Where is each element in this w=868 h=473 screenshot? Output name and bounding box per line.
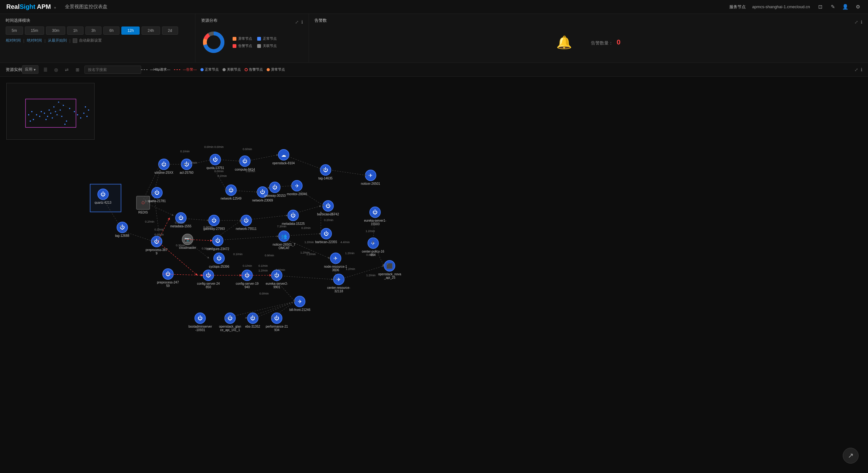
- node-performance[interactable]: ⏻ performance-21934: [266, 313, 288, 332]
- node-label-tag-14635: tag-14635: [318, 177, 333, 180]
- time-btn-30m[interactable]: 30m: [46, 27, 65, 35]
- user-icon[interactable]: 👤: [841, 3, 849, 11]
- node-label-center-resource: center-resource-32118: [327, 286, 350, 293]
- screen-icon[interactable]: ⊡: [816, 3, 824, 11]
- node-center-resource[interactable]: ✈ center-resource-32118: [327, 274, 350, 293]
- node-bootadmin[interactable]: ⏻ bootadminserver-10931: [188, 313, 212, 332]
- svg-point-15: [47, 116, 48, 117]
- normal-label: 正常节点: [263, 36, 277, 41]
- random-icon[interactable]: ⇄: [63, 66, 71, 73]
- search-input[interactable]: [85, 66, 141, 74]
- node-cyclops-25396[interactable]: ⏻ cyclops-25396: [209, 253, 229, 268]
- logo: RealSight APM ●: [6, 3, 56, 10]
- rate-label-29: 0.0/min: [154, 233, 164, 236]
- node-icon-node-resource: ✈: [330, 253, 341, 264]
- top-panels: 时间选择模块 5m 15m 30m 1h 3h 6h 12h 24h 2d 相对…: [0, 14, 868, 63]
- time-btn-3h[interactable]: 3h: [85, 27, 101, 35]
- auto-refresh-checkbox[interactable]: [73, 38, 77, 43]
- resource-panel-header: 资源分布 ⤢ ℹ: [201, 18, 303, 27]
- time-links: 相对时间 | 绝对时间 | 从最开始到 | 自动刷新设置: [6, 38, 189, 43]
- node-volume[interactable]: ⏻ volume-25XX: [154, 158, 173, 174]
- node-network-75511[interactable]: ⏻ network-75511: [236, 215, 256, 231]
- node-label-openstack-nova: openstack_nova_api_25: [378, 272, 401, 279]
- svg-point-16: [44, 113, 45, 114]
- node-label-monitor-20046: monitor-20046: [287, 193, 307, 196]
- rate-label-10: 0.3/min: [175, 221, 184, 224]
- node-network-12549[interactable]: ⏻ network-12549: [221, 184, 241, 200]
- svg-point-27: [88, 110, 89, 111]
- alert-expand-icon[interactable]: ⤢: [855, 20, 858, 25]
- alert-info-icon[interactable]: ℹ: [861, 20, 862, 25]
- node-noticer-tomcat[interactable]: 👥 noticer-26501_TOMCAT: [273, 231, 296, 250]
- node-ebs-31352[interactable]: ⏻ ebs-31352: [245, 313, 260, 328]
- node-config-server-19940[interactable]: ⏻ config-server-19940: [236, 270, 258, 289]
- node-openstack-glance[interactable]: ⏻ openstack_glance_api_141_1: [219, 313, 241, 332]
- time-btn-24h[interactable]: 24h: [142, 27, 160, 35]
- rate-label-5: 0.0/min: [243, 148, 252, 151]
- time-btn-12h[interactable]: 12h: [121, 27, 140, 35]
- svg-point-32: [30, 120, 31, 122]
- info-icon[interactable]: ℹ: [301, 20, 303, 25]
- time-btn-1h[interactable]: 1h: [67, 27, 83, 35]
- node-metadata-1555[interactable]: ⏻ metadata-1555: [170, 212, 191, 228]
- node-quartz-4213[interactable]: ⏻ quartz-4213: [95, 188, 111, 204]
- node-openstack-nova[interactable]: ⬛ openstack_nova_api_25: [378, 260, 401, 279]
- header-title: 全景视图监控仪表盘: [65, 4, 107, 10]
- node-label-acl-25760: acl-25760: [180, 171, 193, 174]
- alert-node-dot: [245, 68, 248, 71]
- node-label-network-12549: network-12549: [221, 197, 241, 200]
- time-btn-15m[interactable]: 15m: [25, 27, 44, 35]
- resource-panel: 资源分布 ⤢ ℹ 异常节点: [195, 14, 309, 62]
- node-cloudmaster[interactable]: 📷 cloudmaster: [179, 234, 196, 249]
- abnormal-node-legend: 异常节点: [267, 67, 285, 72]
- node-icon-preprocess-3879: ⏻: [151, 236, 162, 247]
- node-quota-13751[interactable]: ⏻ quota-13751: [207, 154, 224, 170]
- node-compute-8414[interactable]: ⏻ compute-8414: [235, 155, 255, 171]
- alert-panel-header: 告警数 ⤢ ℹ: [314, 18, 862, 27]
- node-node-resource[interactable]: ✈ node-resource-13606: [324, 253, 347, 272]
- graph-area[interactable]: ⏻ quartz-4213 ⏻ tag-12688 ⬡ REDIS ⏻ volu…: [0, 77, 868, 473]
- node-preprocess-24759[interactable]: ⏻ preprocess-24759: [157, 268, 179, 288]
- minimap[interactable]: [6, 83, 95, 140]
- instances-info-icon[interactable]: ℹ: [861, 67, 862, 72]
- node-icon-compute-8414: ⏻: [239, 155, 251, 167]
- from-start-link[interactable]: 从最开始到: [48, 38, 67, 43]
- app-select[interactable]: 应用 ▾: [22, 65, 38, 74]
- time-btn-6h[interactable]: 6h: [103, 27, 120, 35]
- relative-time-link[interactable]: 相对时间: [6, 38, 21, 43]
- time-btn-5m[interactable]: 5m: [6, 27, 23, 35]
- node-label-noticer-26501: noticer-26501: [361, 182, 380, 185]
- rate-label-23: 0.0/min: [259, 292, 269, 295]
- settings-icon[interactable]: ⚙: [854, 3, 862, 11]
- node-openstack-8104[interactable]: ☁ openstack-8104: [272, 149, 295, 165]
- node-barbican-22355[interactable]: ⏻ barbican-22355: [315, 228, 337, 244]
- node-bill-front[interactable]: ✈ bill-front-21246: [289, 296, 310, 312]
- header: RealSight APM ● 全景视图监控仪表盘 服务节点 apmcs-sha…: [0, 0, 868, 14]
- node-eureka-server2[interactable]: ⏻ eureka-server2-9901: [266, 270, 288, 289]
- node-eureka-server1[interactable]: ⏻ eureka-server1-15503: [364, 207, 386, 226]
- node-preprocess-3879[interactable]: ⏻ preprocess-3879: [146, 236, 167, 255]
- svg-point-20: [39, 116, 40, 117]
- node-gateway-30153[interactable]: ⏻ gateway-30153: [264, 182, 285, 198]
- node-tag-12688[interactable]: ⏻ tag-12688: [115, 222, 129, 237]
- grid-icon[interactable]: ⊞: [74, 66, 81, 73]
- time-btn-2d[interactable]: 2d: [162, 27, 178, 35]
- rate-label-6: 0.2/min: [217, 174, 227, 178]
- node-config-server-24850[interactable]: ⏻ config-server-24850: [197, 270, 220, 289]
- node-monitor-20046[interactable]: ✈ monitor-20046: [287, 180, 307, 196]
- node-metadata-15225[interactable]: ⏻ metadata-15225: [282, 210, 305, 226]
- main-section: 资源实例 应用 ▾ ☰ ◎ ⇄ ⊞ —Http请求— —告警— 正常节点: [0, 63, 868, 473]
- time-sep-2: |: [44, 38, 45, 43]
- alert-count-container: 告警数量： 0: [591, 38, 621, 46]
- edit-icon[interactable]: ✎: [829, 3, 836, 11]
- list-icon[interactable]: ☰: [41, 66, 49, 73]
- circle-icon[interactable]: ◎: [52, 66, 60, 73]
- instances-expand-icon[interactable]: ⤢: [855, 67, 858, 72]
- expand-icon[interactable]: ⤢: [295, 20, 299, 25]
- node-noticer-26501[interactable]: ✈ noticer-26501: [361, 170, 380, 185]
- node-tag-14635[interactable]: ⏻ tag-14635: [318, 164, 333, 180]
- absolute-time-link[interactable]: 绝对时间: [27, 38, 42, 43]
- abnormal-node-label: 异常节点: [271, 67, 285, 72]
- rate-label-1: 0.1/min: [180, 150, 190, 153]
- share-icon[interactable]: ↗: [843, 448, 859, 464]
